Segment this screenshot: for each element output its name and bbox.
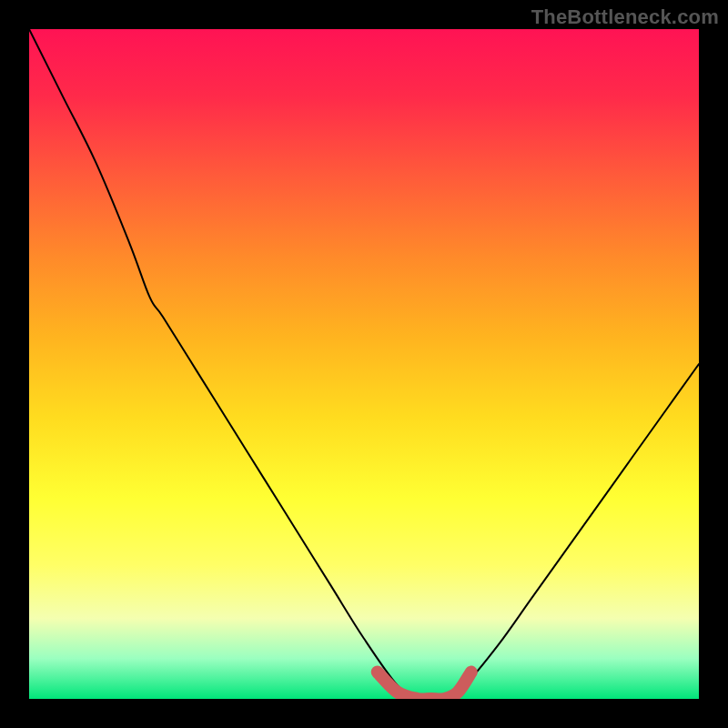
plot-area [29, 29, 699, 699]
chart-svg [29, 29, 699, 699]
watermark-text: TheBottleneck.com [531, 5, 719, 29]
bottleneck-curve-line [29, 29, 699, 699]
optimal-range-highlight [378, 672, 471, 699]
bottleneck-chart: TheBottleneck.com [0, 0, 728, 728]
